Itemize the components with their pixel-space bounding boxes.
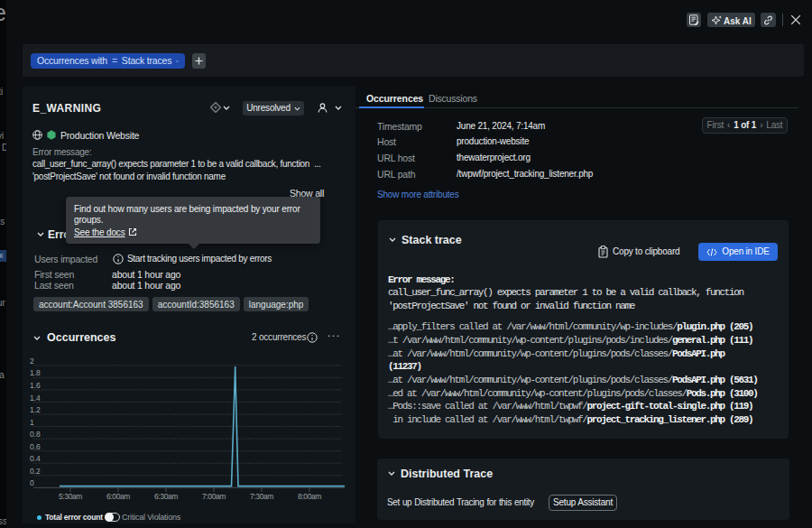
svg-text:6:30am: 6:30am [154, 492, 178, 501]
svg-text:1.2: 1.2 [30, 405, 41, 414]
svg-text:7:00am: 7:00am [202, 492, 226, 501]
svg-text:1.6: 1.6 [30, 381, 41, 390]
svg-text:0.8: 0.8 [30, 430, 41, 439]
svg-text:6:00am: 6:00am [106, 492, 130, 501]
svg-text:0.6: 0.6 [30, 442, 41, 451]
svg-text:0.2: 0.2 [30, 467, 41, 476]
svg-text:1: 1 [30, 418, 34, 427]
svg-text:8:00am: 8:00am [298, 492, 321, 501]
svg-text:1.8: 1.8 [30, 368, 41, 377]
svg-text:0: 0 [30, 478, 34, 487]
svg-text:1.4: 1.4 [30, 394, 41, 403]
svg-text:5:30am: 5:30am [59, 492, 82, 501]
svg-text:2: 2 [30, 357, 34, 366]
svg-text:7:30am: 7:30am [250, 492, 273, 501]
svg-text:0.4: 0.4 [30, 454, 41, 463]
